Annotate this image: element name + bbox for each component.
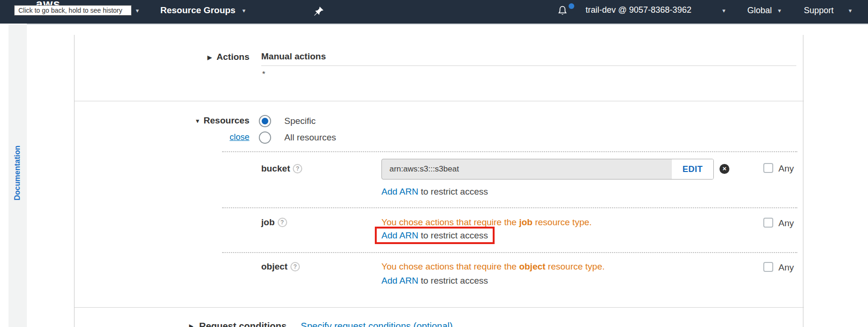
radio-all-resources[interactable] — [259, 131, 271, 144]
section-divider — [74, 101, 804, 101]
bucket-add-arn-row: Add ARN to restrict access — [381, 187, 488, 197]
expanded-triangle-icon[interactable]: ▼ — [195, 118, 200, 124]
actions-summary-underline — [261, 65, 796, 66]
radio-all-resources-label[interactable]: All resources — [284, 132, 336, 143]
section-divider — [74, 307, 804, 308]
bucket-any-checkbox[interactable] — [763, 163, 773, 173]
collapsed-triangle-icon[interactable]: ▶ — [189, 323, 193, 327]
radio-specific[interactable] — [259, 115, 271, 127]
bucket-label: bucket — [261, 164, 290, 174]
object-label: object — [261, 262, 288, 272]
job-warning-suffix: resource type. — [532, 217, 592, 227]
help-icon[interactable]: ? — [290, 262, 300, 271]
header-divider — [27, 24, 868, 25]
radio-specific-label[interactable]: Specific — [284, 116, 316, 126]
region-menu[interactable]: Global — [747, 5, 772, 16]
support-menu[interactable]: Support — [804, 5, 834, 16]
top-navbar: aws Click to go back, hold to see histor… — [0, 0, 868, 24]
collapsed-triangle-icon[interactable]: ▶ — [207, 54, 212, 61]
remove-arn-button[interactable]: ✕ — [719, 164, 729, 174]
account-menu[interactable]: trail-dev @ 9057-8368-3962 — [586, 4, 691, 16]
actions-summary-title: Manual actions — [261, 51, 326, 62]
object-add-arn-row: Add ARN to restrict access — [381, 276, 488, 286]
object-warning-prefix: You chose actions that require the — [381, 262, 519, 271]
object-add-arn-link[interactable]: Add ARN — [381, 276, 418, 286]
highlight-red-box: Add ARN to restrict access — [375, 227, 495, 244]
resources-section-label: Resources — [204, 115, 249, 125]
chevron-down-icon[interactable]: ▾ — [136, 8, 139, 14]
job-any-checkbox[interactable] — [763, 218, 773, 228]
notification-dot — [569, 3, 574, 9]
policy-editor-panel: ▶Actions Manual actions * ▼Resources clo… — [74, 35, 803, 327]
bucket-row-label: bucket ? — [261, 164, 302, 174]
request-conditions-section: ▶ Request conditions Specify request con… — [189, 321, 453, 327]
object-any-checkbox[interactable] — [763, 262, 773, 272]
specify-conditions-link[interactable]: Specify request conditions (optional) — [301, 321, 453, 327]
object-warning-suffix: resource type. — [546, 262, 605, 271]
resource-groups-menu[interactable]: Resource Groups — [160, 5, 235, 16]
row-divider-dotted — [222, 252, 797, 253]
bucket-arn-value[interactable]: arn:aws:s3:::s3beat — [382, 159, 672, 179]
chevron-down-icon[interactable]: ▾ — [242, 8, 246, 14]
radio-selected-dot — [262, 118, 268, 124]
job-warning-prefix: You chose actions that require the — [381, 217, 519, 227]
pushpin-icon[interactable] — [313, 5, 324, 17]
row-divider-dotted — [222, 207, 797, 208]
actions-wildcard-value: * — [262, 70, 265, 79]
row-divider-dotted — [222, 151, 797, 152]
chevron-down-icon[interactable]: ▾ — [722, 8, 726, 14]
chevron-down-icon[interactable]: ▾ — [849, 8, 852, 14]
help-icon[interactable]: ? — [278, 218, 287, 227]
history-tooltip[interactable]: Click to go back, hold to see history — [14, 5, 132, 16]
bucket-arn-input[interactable]: arn:aws:s3:::s3beat EDIT — [381, 159, 714, 180]
job-row-label: job ? — [261, 217, 287, 228]
job-label: job — [261, 217, 275, 228]
object-warning-bold: object — [519, 262, 546, 271]
job-any-label[interactable]: Any — [778, 218, 794, 229]
job-add-arn-suffix: to restrict access — [418, 230, 488, 240]
help-icon[interactable]: ? — [293, 164, 302, 173]
request-conditions-label[interactable]: Request conditions — [199, 321, 287, 327]
close-link[interactable]: close — [230, 132, 249, 142]
chevron-down-icon[interactable]: ▾ — [778, 8, 781, 14]
bell-icon[interactable] — [556, 4, 569, 18]
edit-arn-button[interactable]: EDIT — [672, 159, 713, 179]
job-warning-bold: job — [519, 217, 533, 227]
object-any-label[interactable]: Any — [778, 262, 794, 273]
object-warning-text: You chose actions that require the objec… — [381, 262, 605, 272]
actions-section-toggle[interactable]: ▶Actions — [74, 52, 249, 62]
actions-section-label: Actions — [216, 52, 249, 62]
documentation-tab-label[interactable]: Documentation — [13, 146, 22, 200]
bucket-add-arn-link[interactable]: Add ARN — [381, 187, 418, 196]
object-add-arn-suffix: to restrict access — [418, 276, 488, 286]
resources-section-toggle[interactable]: ▼Resources — [74, 115, 249, 126]
job-add-arn-link[interactable]: Add ARN — [381, 230, 418, 240]
bucket-add-arn-suffix: to restrict access — [418, 187, 488, 196]
bucket-any-label[interactable]: Any — [778, 164, 794, 174]
object-row-label: object ? — [261, 262, 300, 272]
close-link-column: close — [74, 132, 249, 142]
job-warning-text: You chose actions that require the job r… — [381, 217, 592, 228]
